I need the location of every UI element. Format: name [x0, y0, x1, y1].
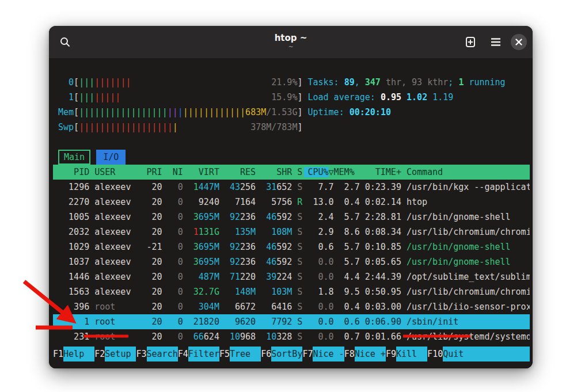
stat-tasks: Tasks: 89, 347 thr, 93 kthr; 1 running	[307, 77, 505, 87]
r4-pid-seg-0: 1029	[69, 242, 89, 252]
close-button[interactable]	[511, 34, 527, 50]
cell-pid: 2032	[53, 224, 89, 239]
cell-cpu: 1.8	[302, 284, 333, 299]
meter-bracket-close: ]	[297, 122, 302, 132]
fnkey-label: F10	[427, 347, 443, 361]
process-row[interactable]: 1029alexeev-2103695M9223646592S0.65.70:1…	[53, 239, 530, 254]
process-row-selected[interactable]: 1root2002182096207792S0.00.60:06.90/sbin…	[53, 314, 530, 329]
column-header-cpu[interactable]: CPU%▽	[302, 165, 333, 180]
meter-swp-seg-0: 378M/783M	[250, 122, 297, 132]
r0-mem-seg-0: 2.7	[344, 182, 360, 192]
column-header-pid[interactable]: PID	[53, 165, 89, 180]
cell-pid: 1037	[53, 254, 89, 269]
cell-virt: 3695M	[183, 210, 219, 224]
column-header-res[interactable]: RES	[219, 165, 256, 180]
process-row[interactable]: 1296alexeev2001447M4325631652S7.72.70:23…	[53, 180, 530, 195]
cell-cmd: /usr/bin/gnome-shell	[401, 254, 530, 269]
process-row[interactable]: 396root200304M66726416S0.00.40:03.00/usr…	[53, 299, 530, 314]
r4-cmd-seg-0: /usr/bin/gnome-shell	[407, 242, 511, 252]
process-row[interactable]: 1563alexeev20032.7G148M103MS1.89.50:50.9…	[53, 284, 530, 299]
cell-res: 92236	[219, 210, 256, 224]
r10-mem-seg-0: 0.7	[344, 332, 360, 342]
meter-value-mem: 683M/1.53G	[245, 105, 297, 120]
r7-s-seg-0: S	[297, 287, 302, 297]
fnkey-f4-filter[interactable]: F4Filter	[178, 347, 219, 361]
cell-mem: 0.4	[334, 195, 360, 210]
r6-cmd-seg-0: /opt/sublime_text/sublim	[407, 272, 530, 282]
fnkey-f8-nice-[interactable]: F8Nice +	[344, 347, 386, 361]
process-row[interactable]: 1446alexeev200487M7122039224S0.04.42:44.…	[53, 269, 530, 284]
process-row[interactable]: 1005alexeev2003695M9223646592S2.45.72:28…	[53, 210, 530, 224]
r0-time-seg-0: 0:23.39	[365, 182, 401, 192]
r9-user-seg-0: root	[94, 317, 115, 327]
cell-shr: 5756	[256, 195, 292, 210]
cell-time: 0:10.85	[360, 239, 401, 254]
r0-res-seg-1: 256	[240, 182, 256, 192]
process-row[interactable]: 1037alexeev2003695M9223646592S0.05.70:05…	[53, 254, 530, 269]
meter-bars-red: ||||||||||||||||||	[79, 122, 173, 132]
r2-ni-seg-0: 0	[178, 212, 183, 222]
window-subtitle: ~	[288, 43, 293, 51]
column-header-user[interactable]: USER	[89, 165, 141, 180]
r3-pid-seg-0: 2032	[69, 227, 89, 237]
r9-time-seg-0: 0:06.90	[365, 317, 401, 327]
r2-shr-seg-0: 46	[266, 212, 276, 222]
meter-bracket-open: [	[74, 92, 79, 102]
fnkey-f6-sortby[interactable]: F6SortBy	[261, 347, 302, 361]
r7-pid-seg-0: 1563	[69, 287, 89, 297]
fnkey-f3-search[interactable]: F3Search	[136, 347, 177, 361]
cell-pri: 20	[142, 314, 162, 329]
r0-ni-seg-0: 0	[178, 182, 183, 192]
cell-time: 0:08.34	[360, 224, 401, 239]
fnkey-f1-help[interactable]: F1Help	[53, 347, 94, 361]
menu-button[interactable]	[485, 32, 506, 52]
cell-pid: 1	[53, 314, 89, 329]
cell-s: S	[292, 210, 302, 224]
r7-ni-seg-0: 0	[178, 287, 183, 297]
fn-action-label: Kill	[396, 347, 427, 361]
cell-ni: 0	[162, 269, 183, 284]
htop-screen: 0[||||||||||21.9%]Tasks: 89, 347 thr, 93…	[53, 75, 530, 361]
column-header-ni[interactable]: NI	[162, 165, 183, 180]
r0-s-seg-0: S	[297, 182, 302, 192]
cell-s: S	[292, 329, 302, 344]
column-header-shr[interactable]: SHR	[256, 165, 292, 180]
column-header-time[interactable]: TIME+	[360, 165, 401, 180]
fnkey-f5-tree[interactable]: F5Tree	[219, 347, 261, 361]
meter-bars-blue: |	[178, 107, 183, 117]
fnkey-f2-setup[interactable]: F2Setup	[94, 347, 136, 361]
fn-action-label: Search	[147, 347, 178, 361]
new-tab-button[interactable]	[460, 32, 481, 52]
r5-cpu-seg-0: 0.0	[318, 257, 333, 267]
process-row[interactable]: 231root200666241096810328S0.00.70:01.66/…	[53, 329, 530, 344]
r6-user-seg-0: alexeev	[94, 272, 131, 282]
r3-time-seg-0: 0:08.34	[365, 227, 401, 237]
fnkey-f7-nice-[interactable]: F7Nice -	[302, 347, 344, 361]
search-button[interactable]	[55, 32, 75, 52]
r7-user-seg-0: alexeev	[94, 287, 131, 297]
cell-virt: 1447M	[183, 180, 219, 195]
tab-main[interactable]: Main	[58, 150, 90, 165]
cell-res: 92236	[219, 239, 256, 254]
column-header-virt[interactable]: VIRT	[183, 165, 219, 180]
cell-res: 71220	[219, 269, 256, 284]
column-header-cmd[interactable]: Command	[401, 165, 530, 180]
r1-virt-seg-0: 9240	[199, 197, 219, 207]
cell-user: alexeev	[89, 180, 141, 195]
fnkey-label: F4	[178, 347, 188, 361]
column-header-mem[interactable]: MEM%	[334, 165, 360, 180]
column-header-s[interactable]: S	[292, 165, 302, 180]
cell-time: 2:44.39	[360, 269, 401, 284]
tab-io[interactable]: I/O	[96, 150, 126, 165]
process-row[interactable]: 2032alexeev2001131G135M108MS2.98.60:08.3…	[53, 224, 530, 239]
fnkey-f10-quit[interactable]: F10Quit	[427, 347, 530, 361]
column-header-pri[interactable]: PRI	[142, 165, 162, 180]
fnkey-label: F2	[94, 347, 105, 361]
fnkey-f9-kill[interactable]: F9Kill	[386, 347, 427, 361]
cell-virt: 3695M	[183, 254, 219, 269]
process-row[interactable]: 2270alexeev200924071645756R13.00.40:02.1…	[53, 195, 530, 210]
terminal-area[interactable]: 0[||||||||||21.9%]Tasks: 89, 347 thr, 93…	[49, 58, 533, 368]
cell-res: 43256	[219, 180, 256, 195]
cell-mem: 2.7	[334, 180, 360, 195]
r10-pid-seg-0: 231	[74, 332, 89, 342]
